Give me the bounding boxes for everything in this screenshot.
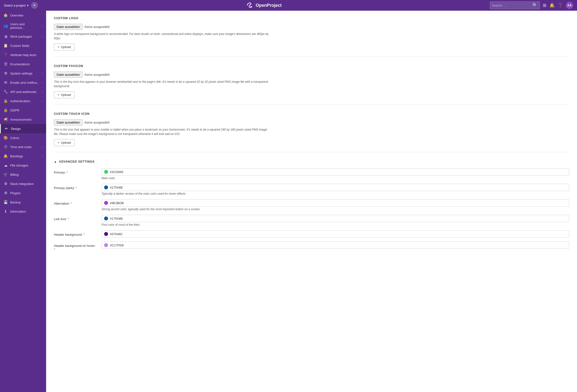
openproject-logo-icon — [246, 1, 254, 9]
help-icon[interactable]: ❓ — [558, 3, 563, 8]
overview-label: Overview — [10, 14, 43, 17]
custom-logo-file-button[interactable]: Datei auswählen — [54, 24, 82, 30]
information-label: Information — [10, 210, 43, 213]
time-costs-label: Time and costs — [10, 145, 39, 149]
color-field-header-bg: Header background: * #57048C — [54, 230, 569, 238]
color-value-primary: #3CD665 — [110, 170, 123, 174]
color-fields-container: Primary: * #3CD665 Main color. Primary (… — [54, 168, 569, 251]
color-input-box-link-font[interactable]: #175A8E — [102, 215, 569, 222]
sidebar-item-overview[interactable]: 🏠 Overview — [0, 11, 46, 20]
custom-favicon-file-none: Keine ausgewählt — [84, 73, 109, 76]
system-settings-icon: ⚙ — [3, 71, 8, 75]
color-hint-primary: Main color. — [102, 177, 569, 180]
sidebar-item-attribute-help[interactable]: ❓ Attribute help texts — [0, 50, 46, 60]
custom-touch-icon-help-text: This is the icon that appears in your mo… — [54, 127, 272, 136]
avatar[interactable]: AA — [566, 2, 573, 9]
color-field-alternative: Alternative: * #9E3BDB Strong accent col… — [54, 199, 569, 211]
color-hint-link-font: Font color of most of the links. — [102, 223, 569, 226]
sidebar-item-backlogs[interactable]: 🔔 Backlogs › — [0, 151, 46, 161]
sidebar-item-design[interactable]: ✏ Design — [0, 124, 46, 133]
custom-logo-file-none: Keine ausgewählt — [84, 25, 109, 29]
upload-label: Upload — [61, 141, 71, 144]
custom-touch-icon-title: CUSTOM TOUCH ICON — [54, 112, 569, 115]
required-marker: * — [54, 248, 55, 251]
arrow-icon: › — [42, 35, 43, 38]
gdpr-icon: 🔒 — [3, 108, 8, 112]
arrow-icon: › — [42, 146, 43, 148]
navbar: Select a project ▼ + OpenProject 🔍 ⊞ 🔔 ❓… — [0, 0, 577, 11]
enumerations-label: Enumerations — [10, 62, 43, 66]
color-input-box-alternative[interactable]: #9E3BDB — [102, 199, 569, 207]
custom-fields-icon: 📋 — [3, 43, 8, 48]
sidebar-item-system-settings[interactable]: ⚙ System settings › — [0, 69, 46, 78]
color-input-wrapper-alternative: #9E3BDB Strong accent color, typically u… — [102, 199, 569, 211]
color-input-box-primary-dark[interactable]: #175A8E — [102, 184, 569, 191]
custom-logo-file-row: Datei auswählen Keine ausgewählt — [54, 24, 569, 30]
color-label-alternative: Alternative: * — [54, 199, 98, 205]
api-icon: 🔧 — [3, 90, 8, 94]
sidebar-item-time-costs[interactable]: ⏱ Time and costs › — [0, 143, 46, 151]
search-box[interactable]: 🔍 — [490, 1, 540, 9]
system-settings-label: System settings — [10, 71, 39, 75]
advanced-settings-title: ADVANCED SETTINGS — [59, 160, 95, 163]
color-label-header-bg-hover: Header background on hover: * — [54, 242, 98, 251]
color-input-box-header-bg[interactable]: #57048C — [102, 230, 569, 238]
sidebar-item-api[interactable]: 🔧 API and webhooks › — [0, 87, 46, 96]
color-input-wrapper-primary: #3CD665 Main color. — [102, 168, 569, 180]
color-input-box-header-bg-hover[interactable]: #C17FEB — [102, 242, 569, 249]
color-dot-alternative — [104, 201, 108, 205]
logo: OpenProject — [246, 1, 282, 9]
color-input-wrapper-primary-dark: #175A8E Typically a darker version of th… — [102, 184, 569, 195]
upload-label: Upload — [61, 93, 71, 97]
sidebar-item-users[interactable]: 👥 Users and permissi... › — [0, 20, 46, 32]
custom-favicon-help-text: This is the tiny icon that appears in yo… — [54, 80, 272, 88]
users-icon: 👥 — [3, 24, 8, 28]
information-icon: ℹ — [3, 209, 8, 214]
custom-touch-icon-file-button[interactable]: Datei auswählen — [54, 119, 82, 125]
custom-logo-upload-button[interactable]: + Upload — [54, 43, 74, 50]
slack-label: Slack Integration — [10, 182, 43, 186]
sidebar-item-authentication[interactable]: 🔒 Authentication › — [0, 96, 46, 106]
emails-label: Emails and notifica... — [10, 81, 39, 84]
custom-favicon-file-button[interactable]: Datei auswählen — [54, 71, 82, 78]
sidebar-item-enumerations[interactable]: ☰ Enumerations — [0, 60, 46, 69]
sidebar-item-emails[interactable]: ✉ Emails and notifica... › — [0, 78, 46, 87]
navbar-left: Select a project ▼ + — [4, 2, 38, 9]
attribute-help-label: Attribute help texts — [10, 53, 43, 57]
sidebar-item-plugins[interactable]: ⚙ Plugins — [0, 188, 46, 198]
color-field-row-alternative: Alternative: * #9E3BDB Strong accent col… — [54, 199, 569, 211]
bell-icon[interactable]: 🔔 — [549, 3, 555, 8]
grid-icon[interactable]: ⊞ — [543, 3, 546, 8]
custom-favicon-file-row: Datei auswählen Keine ausgewählt — [54, 71, 569, 78]
sidebar-item-custom-fields[interactable]: 📋 Custom fields — [0, 41, 46, 50]
sidebar-item-colors[interactable]: 🎨 Colors — [0, 133, 46, 143]
required-marker: * — [67, 171, 68, 174]
color-input-box-primary[interactable]: #3CD665 — [102, 168, 569, 176]
plus-icon: + — [58, 45, 60, 49]
color-hint-primary-dark: Typically a darker version of the main c… — [102, 192, 569, 195]
advanced-settings-toggle[interactable]: ▲ ADVANCED SETTINGS — [54, 160, 569, 163]
add-project-button[interactable]: + — [31, 2, 38, 9]
sidebar-item-information[interactable]: ℹ Information — [0, 207, 46, 216]
custom-fields-label: Custom fields — [10, 44, 43, 48]
sidebar-item-slack[interactable]: ⚙ Slack Integration — [0, 179, 46, 188]
logo-text: OpenProject — [256, 3, 282, 8]
sidebar-item-billing[interactable]: 🛒 Billing — [0, 170, 46, 179]
project-selector[interactable]: Select a project ▼ — [4, 4, 29, 7]
chevron-up-icon: ▲ — [54, 160, 57, 163]
color-label-primary-dark: Primary (dark): * — [54, 184, 98, 190]
custom-touch-icon-upload-button[interactable]: + Upload — [54, 139, 74, 146]
custom-favicon-upload-button[interactable]: + Upload — [54, 91, 74, 98]
color-input-wrapper-header-bg-hover: #C17FEB — [102, 242, 569, 249]
sidebar-item-gdpr[interactable]: 🔒 GDPR — [0, 106, 46, 115]
required-marker: * — [68, 217, 69, 221]
search-input[interactable] — [492, 4, 531, 7]
time-costs-icon: ⏱ — [3, 145, 8, 149]
sidebar-item-announcement[interactable]: 📢 Announcement — [0, 115, 46, 124]
sidebar-item-backup[interactable]: 💾 Backup — [0, 198, 46, 207]
sidebar-item-work-packages[interactable]: 🖥 Work packages › — [0, 32, 46, 41]
arrow-icon: › — [42, 155, 43, 158]
sidebar-item-file-storages[interactable]: ☁ File storages — [0, 161, 46, 170]
overview-icon: 🏠 — [3, 13, 8, 17]
color-field-row-header-bg-hover: Header background on hover: * #C17FEB — [54, 242, 569, 251]
